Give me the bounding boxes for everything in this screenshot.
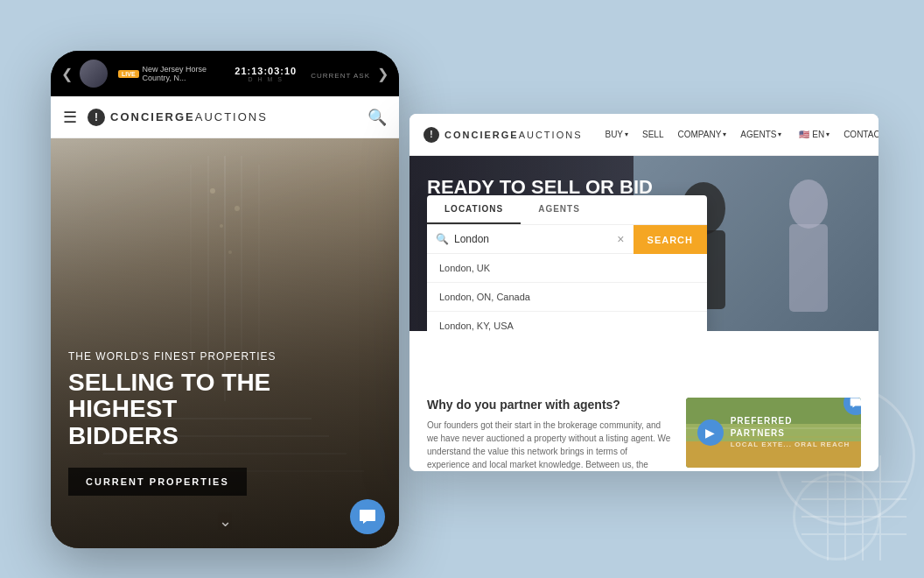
why-partner-title: Why do you partner with agents?	[427, 398, 672, 412]
nav-sell[interactable]: SELL	[637, 130, 668, 139]
suggestion-london-uk[interactable]: London, UK	[427, 254, 707, 283]
logo-text: CONCIERGEAUCTIONS	[110, 110, 268, 123]
desktop-content: Why do you partner with agents? Our foun…	[410, 384, 878, 471]
nav-agents[interactable]: AGENTS▾	[735, 130, 787, 139]
desktop-logo[interactable]: CONCIERGEAUCTIONS	[424, 127, 582, 143]
scroll-down-icon: ⌄	[219, 511, 232, 531]
search-icon[interactable]: 🔍	[368, 108, 387, 127]
hero-title: SELLING TO THE HIGHEST BIDDERS	[68, 370, 382, 450]
nav-language[interactable]: 🇺🇸 EN▾	[794, 130, 835, 139]
search-panel: LOCATIONS AGENTS 🔍 × SEARCH London, UK L…	[427, 195, 707, 331]
why-partner-text: Our founders got their start in the brok…	[427, 419, 672, 471]
forward-chevron-icon[interactable]: ❯	[377, 66, 388, 82]
avatar	[80, 60, 108, 88]
mobile-hero: THE WORLD'S FINEST PROPERTIES SELLING TO…	[51, 138, 399, 548]
property-name: New Jersey Horse Country, N...	[143, 65, 228, 82]
deco-lines	[802, 455, 906, 560]
search-input-row: 🔍 ×	[427, 225, 634, 254]
search-button[interactable]: SEARCH	[634, 225, 707, 254]
auction-timer: 21:13:03:10	[234, 66, 297, 76]
current-properties-button[interactable]: CURRENT PROPERTIES	[68, 468, 247, 496]
tab-locations[interactable]: LOCATIONS	[427, 195, 521, 224]
desktop-hero: READY TO SELL OR BID ON YOUR NEXT HOME? …	[410, 156, 878, 331]
timer-labels: D H M S	[248, 76, 284, 82]
live-badge: LIVE	[118, 70, 139, 78]
search-tabs: LOCATIONS AGENTS	[427, 195, 707, 225]
play-button[interactable]: ▶	[697, 419, 724, 446]
suggestion-london-ky[interactable]: London, KY, USA	[427, 312, 707, 331]
hero-subtitle: THE WORLD'S FINEST PROPERTIES	[68, 350, 382, 363]
mobile-phone: ❮ LIVE New Jersey Horse Country, N... 21…	[51, 51, 399, 548]
search-magnifier-icon: 🔍	[436, 233, 449, 245]
nav-company[interactable]: COMPANY▾	[673, 130, 732, 139]
preferred-partners-card[interactable]: ▶ PREFERRED PARTNERS LOCAL EXTE... ORAL …	[686, 398, 861, 468]
hamburger-icon[interactable]: ☰	[63, 108, 77, 127]
svg-point-24	[789, 180, 828, 229]
mobile-status-bar: ❮ LIVE New Jersey Horse Country, N... 21…	[51, 51, 399, 96]
chat-button[interactable]	[350, 499, 385, 534]
svg-rect-25	[789, 224, 828, 312]
hero-content: THE WORLD'S FINEST PROPERTIES SELLING TO…	[68, 350, 382, 496]
desktop-logo-icon	[424, 127, 439, 143]
desktop-logo-text: CONCIERGEAUCTIONS	[444, 130, 582, 140]
mobile-nav: ☰ CONCIERGEAUCTIONS 🔍	[51, 96, 399, 138]
back-chevron-icon[interactable]: ❮	[61, 66, 73, 82]
desktop-nav: CONCIERGEAUCTIONS BUY▾ SELL COMPANY▾ AGE…	[410, 114, 878, 156]
suggestion-london-canada[interactable]: London, ON, Canada	[427, 283, 707, 312]
mobile-logo[interactable]: CONCIERGEAUCTIONS	[88, 109, 368, 126]
tab-agents[interactable]: AGENTS	[521, 195, 598, 224]
preferred-text: PREFERRED PARTNERS LOCAL EXTE... ORAL RE…	[731, 415, 850, 449]
nav-buy[interactable]: BUY▾	[599, 130, 634, 139]
search-suggestions: London, UK London, ON, Canada London, KY…	[427, 254, 707, 331]
logo-icon	[88, 109, 105, 126]
why-partner-section: Why do you partner with agents? Our foun…	[427, 398, 672, 471]
clear-input-icon[interactable]: ×	[617, 232, 624, 246]
search-input[interactable]	[454, 233, 612, 245]
current-ask-label: CURRENT ASK	[311, 72, 370, 80]
desktop-browser: CONCIERGEAUCTIONS BUY▾ SELL COMPANY▾ AGE…	[410, 114, 878, 471]
nav-contact[interactable]: CONTACT	[838, 130, 878, 139]
